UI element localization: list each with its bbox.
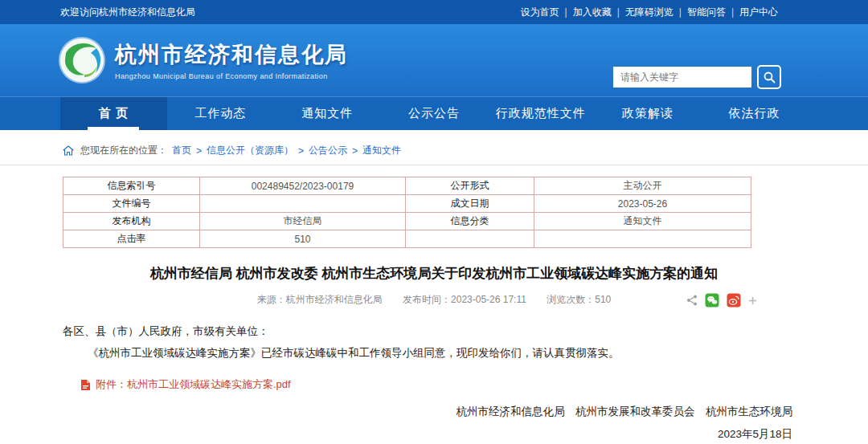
topbar-welcome-text: 欢迎访问杭州市经济和信息化局 xyxy=(60,6,195,19)
nav-item-work-news[interactable]: 工作动态 xyxy=(167,97,274,130)
article-title: 杭州市经信局 杭州市发改委 杭州市生态环境局关于印发杭州市工业领域碳达峰实施方案… xyxy=(63,264,805,283)
share-icon[interactable] xyxy=(686,295,698,306)
breadcrumb-link-info-disclosure[interactable]: 信息公开（资源库） xyxy=(207,144,293,157)
cell-category-value: 通知文件 xyxy=(534,213,751,230)
search-button[interactable] xyxy=(757,65,781,89)
table-row: 文件编号 成文日期 2023-05-26 xyxy=(63,195,751,213)
weibo-share-icon[interactable] xyxy=(727,293,741,308)
nav-item-announcements[interactable]: 公示公告 xyxy=(381,97,488,130)
topbar-separator: | xyxy=(731,6,734,18)
topbar-separator: | xyxy=(617,6,620,18)
pdf-icon xyxy=(80,379,91,391)
wechat-share-icon[interactable] xyxy=(705,293,719,308)
cell-docnum-label: 文件编号 xyxy=(63,195,200,213)
nav-item-label: 工作动态 xyxy=(194,106,246,121)
nav-item-label: 依法行政 xyxy=(729,106,780,121)
nav-item-label: 公示公告 xyxy=(408,106,460,121)
attachment-link[interactable]: 附件：杭州市工业领域碳达峰实施方案.pdf xyxy=(96,377,291,392)
cell-clicks-label: 点击率 xyxy=(63,230,200,248)
attachment-row: 附件：杭州市工业领域碳达峰实施方案.pdf xyxy=(80,377,805,392)
search-icon xyxy=(763,71,776,84)
search-input[interactable] xyxy=(613,67,751,88)
topbar-separator: | xyxy=(565,6,567,18)
link-set-homepage[interactable]: 设为首页 xyxy=(521,6,559,19)
article-paragraph: 各区、县（市）人民政府，市级有关单位： xyxy=(63,320,805,342)
article-meta: 来源：杭州市经济和信息化局 发布时间：2023-05-26 17:11 浏览次数… xyxy=(63,293,805,308)
cell-index-label: 信息索引号 xyxy=(63,177,200,195)
cell-index-value: 002489452/2023-00179 xyxy=(200,177,406,195)
site-title: 杭州市经济和信息化局 xyxy=(115,40,348,69)
nav-item-label: 通知文件 xyxy=(301,106,353,121)
topbar-separator: | xyxy=(679,6,682,18)
article-date: 2023年5月18日 xyxy=(63,427,805,442)
breadcrumb-separator: > xyxy=(352,145,358,157)
link-accessibility[interactable]: 无障碍浏览 xyxy=(625,6,674,19)
breadcrumb-link-announcements[interactable]: 公告公示 xyxy=(309,144,347,157)
cell-date-label: 成文日期 xyxy=(406,195,534,213)
share-toolbar xyxy=(686,293,757,308)
cell-date-value: 2023-05-26 xyxy=(534,195,751,213)
cell-openform-value: 主动公开 xyxy=(534,177,751,195)
breadcrumb: 您现在所在的位置： 首页 > 信息公开（资源库） > 公告公示 > 通知文件 xyxy=(0,136,868,165)
cell-empty xyxy=(534,230,751,248)
page: 欢迎访问杭州市经济和信息化局 设为首页 | 加入收藏 | 无障碍浏览 | 智能问… xyxy=(0,0,868,444)
article-publish-time: 发布时间：2023-05-26 17:11 xyxy=(403,294,526,305)
article-views: 浏览次数：510 xyxy=(547,294,611,305)
nav-item-regulatory-files[interactable]: 行政规范性文件 xyxy=(487,97,594,130)
site-title-block: 杭州市经济和信息化局 Hangzhou Municipal Bureau of … xyxy=(115,40,348,80)
table-row: 点击率 510 xyxy=(63,230,751,248)
cell-clicks-value: 510 xyxy=(200,230,406,248)
topbar-links: 设为首页 | 加入收藏 | 无障碍浏览 | 智能问答 | 用户中心 xyxy=(521,6,779,19)
site-subtitle: Hangzhou Municipal Bureau of Economy and… xyxy=(115,72,348,80)
site-logo[interactable] xyxy=(60,39,104,82)
site-header: 杭州市经济和信息化局 Hangzhou Municipal Bureau of … xyxy=(0,24,868,96)
link-user-center[interactable]: 用户中心 xyxy=(739,6,778,19)
article-signature: 杭州市经济和信息化局 杭州市发展和改革委员会 杭州市生态环境局 xyxy=(63,405,805,419)
link-smart-qa[interactable]: 智能问答 xyxy=(687,6,726,19)
article-paragraph: 《杭州市工业领域碳达峰实施方案》已经市碳达峰碳中和工作领导小组同意，现印发给你们… xyxy=(63,342,805,364)
breadcrumb-separator: > xyxy=(196,145,202,157)
logo-globe-icon xyxy=(60,39,104,82)
breadcrumb-separator: > xyxy=(298,145,304,157)
table-row: 信息索引号 002489452/2023-00179 公开形式 主动公开 xyxy=(63,177,751,195)
nav-item-label: 行政规范性文件 xyxy=(496,106,586,121)
main-content: 信息索引号 002489452/2023-00179 公开形式 主动公开 文件编… xyxy=(0,177,868,442)
nav-item-home[interactable]: 首 页 xyxy=(60,97,167,130)
nav-item-notice-files[interactable]: 通知文件 xyxy=(274,97,381,130)
cell-agency-label: 发布机构 xyxy=(63,213,200,230)
article-source: 来源：杭州市经济和信息化局 xyxy=(257,294,383,305)
cell-agency-value: 市经信局 xyxy=(200,213,406,230)
nav-item-label: 首 页 xyxy=(99,106,129,121)
cell-empty xyxy=(406,230,534,248)
nav-item-label: 政策解读 xyxy=(622,106,674,121)
main-nav: 首 页 工作动态 通知文件 公示公告 行政规范性文件 政策解读 依法行政 xyxy=(0,96,868,130)
topbar: 欢迎访问杭州市经济和信息化局 设为首页 | 加入收藏 | 无障碍浏览 | 智能问… xyxy=(0,0,868,24)
table-row: 发布机构 市经信局 信息分类 通知文件 xyxy=(63,213,751,230)
info-table: 信息索引号 002489452/2023-00179 公开形式 主动公开 文件编… xyxy=(63,177,751,248)
link-add-favorite[interactable]: 加入收藏 xyxy=(573,6,612,19)
breadcrumb-link-notice-files[interactable]: 通知文件 xyxy=(362,144,401,157)
nav-item-policy-interpretation[interactable]: 政策解读 xyxy=(594,97,701,130)
cell-category-label: 信息分类 xyxy=(406,213,534,230)
cell-docnum-value xyxy=(200,195,406,213)
breadcrumb-link-home[interactable]: 首页 xyxy=(172,144,191,157)
cell-openform-label: 公开形式 xyxy=(406,177,534,195)
search-bar xyxy=(613,65,781,89)
more-share-icon[interactable] xyxy=(748,296,757,305)
nav-item-law-admin[interactable]: 依法行政 xyxy=(701,97,808,130)
article-body: 各区、县（市）人民政府，市级有关单位： 《杭州市工业领域碳达峰实施方案》已经市碳… xyxy=(63,320,805,364)
home-icon xyxy=(63,145,74,156)
breadcrumb-prefix: 您现在所在的位置： xyxy=(80,144,167,157)
